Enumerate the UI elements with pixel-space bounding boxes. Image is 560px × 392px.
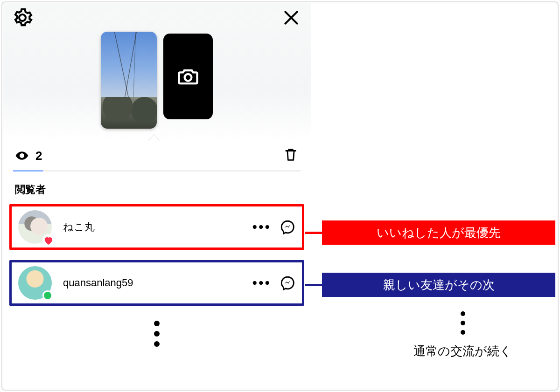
- delete-story-button[interactable]: [283, 147, 299, 165]
- callout-normal-follow: 通常の交流が続く: [413, 311, 512, 359]
- callout-text: 通常の交流が続く: [413, 343, 512, 359]
- settings-button[interactable]: [12, 7, 33, 28]
- thumb-view-count: 2: [101, 114, 157, 126]
- trash-icon: [283, 147, 299, 163]
- callout-connector: [305, 232, 323, 234]
- heart-icon: [43, 235, 54, 246]
- callout-text: 親しい友達がその次: [383, 277, 495, 293]
- viewer-row-liked[interactable]: ねこ丸 •••: [9, 204, 304, 250]
- viewers-section-title: 閲覧者: [3, 172, 311, 204]
- view-count: 2: [15, 149, 42, 163]
- story-viewers-screen: 2 2 閲覧者: [3, 3, 311, 347]
- like-badge: [42, 234, 53, 245]
- viewer-row-actions: •••: [252, 275, 295, 291]
- current-story-thumbnail[interactable]: 2: [101, 32, 157, 129]
- eye-icon: [119, 115, 130, 125]
- svg-point-0: [185, 74, 192, 81]
- messenger-icon[interactable]: [280, 275, 295, 291]
- thumb-view-count-value: 2: [133, 114, 138, 126]
- callout-liked-first: いいねした人が最優先: [322, 220, 555, 245]
- callout-text: いいねした人が最優先: [377, 225, 501, 241]
- callout-close-friends-second: 親しい友達がその次: [322, 273, 555, 297]
- tab-underline: [13, 170, 301, 172]
- story-thumbnails: 2: [101, 32, 213, 129]
- eye-icon: [15, 149, 29, 163]
- camera-icon: [176, 64, 200, 89]
- viewer-username: quansanlang59: [63, 277, 241, 289]
- close-icon: [282, 9, 300, 27]
- avatar[interactable]: [18, 266, 52, 300]
- online-badge: [42, 290, 53, 301]
- view-count-value: 2: [35, 149, 42, 163]
- tab-underline-active: [13, 170, 43, 172]
- add-story-button[interactable]: [163, 34, 213, 119]
- vertical-dots-icon: [461, 311, 465, 335]
- story-header: 2: [3, 3, 311, 140]
- selected-story-pointer: [148, 135, 160, 141]
- viewers-stats-row: 2: [3, 140, 311, 168]
- vertical-dots-icon: [154, 321, 160, 347]
- messenger-icon[interactable]: [280, 219, 295, 235]
- viewer-row-actions: •••: [252, 219, 295, 235]
- viewer-username: ねこ丸: [63, 220, 241, 234]
- viewer-row-close-friend[interactable]: quansanlang59 •••: [9, 260, 304, 306]
- callout-connector: [305, 284, 323, 286]
- avatar[interactable]: [18, 210, 52, 244]
- close-button[interactable]: [281, 7, 301, 28]
- gear-icon: [12, 7, 33, 28]
- more-viewers-ellipsis: [3, 316, 311, 347]
